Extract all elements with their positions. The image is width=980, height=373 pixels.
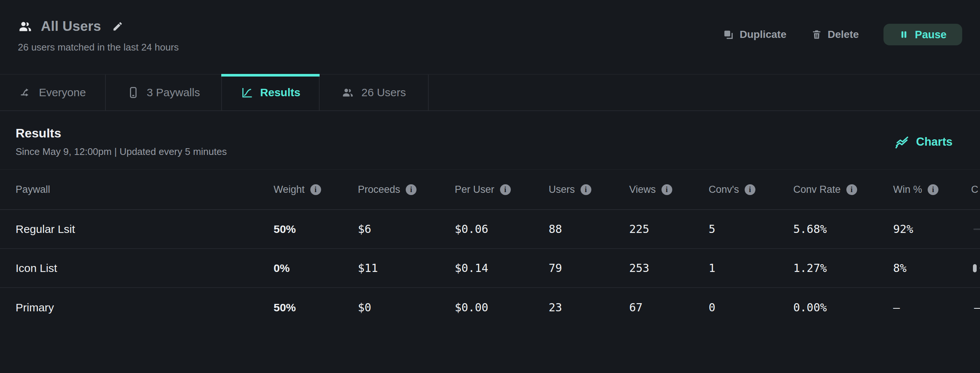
confidence-value: – [971, 301, 980, 314]
column-label: C [971, 184, 978, 195]
results-table: Paywall Weight Proceeds Per User Users V… [0, 169, 980, 327]
table-row[interactable]: Regular Lsit 50% $6 $0.06 88 225 5 5.68%… [0, 210, 980, 249]
info-icon[interactable] [846, 184, 857, 195]
edit-title-button[interactable] [112, 21, 123, 32]
chart-curve-icon [240, 86, 253, 99]
results-heading: Results [16, 126, 227, 140]
charts-link[interactable]: Charts [894, 134, 953, 150]
proceeds-value: $11 [358, 261, 455, 274]
column-header-proceeds: Proceeds [358, 184, 455, 195]
confidence-cell [971, 228, 980, 230]
column-header-win-pct: Win % [893, 184, 971, 195]
duplicate-icon [723, 29, 734, 40]
column-header-conv-rate: Conv Rate [793, 184, 893, 195]
win-pct-value: 92% [893, 223, 971, 236]
title-row: All Users [18, 19, 179, 34]
conv-rate-value: 1.27% [793, 261, 893, 274]
info-icon[interactable] [581, 184, 591, 195]
weight-value: 50% [274, 301, 358, 314]
column-header-weight: Weight [274, 184, 358, 195]
views-value: 253 [629, 261, 709, 274]
weight-value: 0% [274, 262, 358, 274]
paywall-name: Icon List [0, 262, 274, 274]
results-heading-block: Results Since May 9, 12:00pm | Updated e… [16, 126, 227, 158]
info-icon[interactable] [928, 184, 939, 195]
tab-everyone[interactable]: Everyone [0, 75, 106, 110]
proceeds-value: $0 [358, 301, 455, 314]
tab-label: Results [260, 86, 300, 99]
per-user-value: $0.06 [455, 223, 549, 236]
win-pct-value: 8% [893, 261, 971, 274]
pause-icon [899, 30, 909, 39]
tab-label: 3 Paywalls [146, 86, 200, 99]
info-icon[interactable] [310, 184, 321, 195]
conv-rate-value: 5.68% [793, 223, 893, 236]
tab-paywalls[interactable]: 3 Paywalls [106, 75, 222, 110]
column-label: Users [549, 184, 575, 195]
convs-value: 5 [709, 223, 793, 236]
tab-bar: Everyone 3 Paywalls Results 26 Users [0, 74, 980, 111]
convs-value: 0 [709, 301, 793, 314]
delete-label: Delete [828, 29, 859, 40]
proceeds-value: $6 [358, 223, 455, 236]
column-label: Conv Rate [793, 184, 841, 195]
confidence-bar-fragment [973, 228, 980, 230]
column-label: Weight [274, 184, 305, 195]
tab-users[interactable]: 26 Users [320, 75, 429, 110]
header-actions: Duplicate Delete Pause [723, 24, 962, 45]
pause-label: Pause [915, 29, 947, 41]
win-pct-value: – [893, 301, 971, 314]
views-value: 67 [629, 301, 709, 314]
per-user-value: $0.14 [455, 261, 549, 274]
confidence-cell [971, 264, 980, 272]
delete-button[interactable]: Delete [811, 29, 859, 40]
column-label: Conv's [709, 184, 739, 195]
column-header-paywall: Paywall [0, 184, 274, 195]
header-left: All Users 26 users matched in the last 2… [18, 19, 179, 53]
tab-label: Everyone [39, 86, 86, 99]
table-header-row: Paywall Weight Proceeds Per User Users V… [0, 169, 980, 210]
duplicate-label: Duplicate [740, 29, 786, 40]
info-icon[interactable] [500, 184, 511, 195]
users-value: 88 [549, 223, 629, 236]
pause-button[interactable]: Pause [883, 24, 962, 45]
paywall-name: Regular Lsit [0, 223, 274, 236]
column-label: Win % [893, 184, 922, 195]
results-subheading: Since May 9, 12:00pm | Updated every 5 m… [16, 146, 227, 158]
column-label: Paywall [16, 184, 50, 195]
info-icon[interactable] [662, 184, 672, 195]
matched-users-subtitle: 26 users matched in the last 24 hours [18, 41, 179, 53]
info-icon[interactable] [406, 184, 417, 195]
column-header-confidence-clipped: C [971, 184, 980, 195]
per-user-value: $0.00 [455, 301, 549, 314]
table-row[interactable]: Icon List 0% $11 $0.14 79 253 1 1.27% 8% [0, 249, 980, 288]
tab-label: 26 Users [361, 86, 406, 99]
table-row[interactable]: Primary 50% $0 $0.00 23 67 0 0.00% – – [0, 288, 980, 327]
column-label: Proceeds [358, 184, 400, 195]
page-header: All Users 26 users matched in the last 2… [0, 0, 980, 53]
conv-rate-value: 0.00% [793, 301, 893, 314]
users-icon [18, 19, 33, 34]
users-value: 79 [549, 261, 629, 274]
column-label: Views [629, 184, 656, 195]
column-label: Per User [455, 184, 495, 195]
users-value: 23 [549, 301, 629, 314]
column-header-views: Views [629, 184, 709, 195]
duplicate-button[interactable]: Duplicate [723, 29, 786, 40]
convs-value: 1 [709, 261, 793, 274]
trash-icon [811, 29, 822, 40]
phone-icon [127, 86, 140, 99]
split-arrows-icon [19, 86, 32, 99]
charts-icon [894, 134, 910, 150]
paywall-name: Primary [0, 301, 274, 314]
tab-results[interactable]: Results [222, 75, 320, 110]
info-icon[interactable] [745, 184, 756, 195]
users-icon [342, 86, 354, 99]
weight-value: 50% [274, 223, 358, 236]
views-value: 225 [629, 223, 709, 236]
column-header-users: Users [549, 184, 629, 195]
results-section-header: Results Since May 9, 12:00pm | Updated e… [0, 111, 980, 158]
column-header-convs: Conv's [709, 184, 793, 195]
page-title: All Users [41, 19, 101, 34]
confidence-marker-fragment [973, 264, 977, 272]
